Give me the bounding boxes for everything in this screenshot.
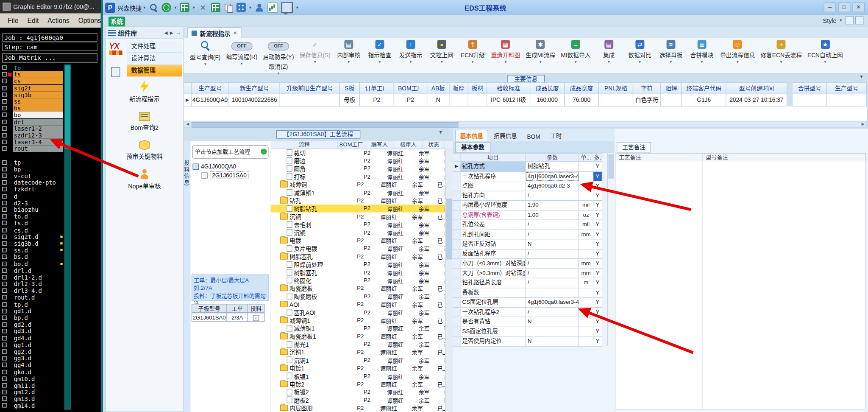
layer-checkbox[interactable] xyxy=(2,316,6,320)
recreate-cut-map-button[interactable]: ▦重造开料图▾ xyxy=(488,38,523,64)
layer-name[interactable]: gd2.d xyxy=(13,321,63,328)
process-row[interactable]: 陶瓷磨板P2谭丽红余军已上 xyxy=(271,292,445,300)
cell-value[interactable] xyxy=(793,94,827,107)
layer-row[interactable]: gd2.d xyxy=(1,321,63,328)
layer-name[interactable]: gg3.d xyxy=(13,355,63,362)
off-toggle[interactable]: OFF xyxy=(231,42,253,50)
grid-dots-icon[interactable] xyxy=(236,3,246,12)
process-row[interactable]: 磨板2P2谭丽红余军已上 xyxy=(271,396,445,404)
param-row[interactable]: 反面钻孔程序/Y xyxy=(453,249,606,259)
layer-row[interactable]: to.d xyxy=(1,213,63,220)
param-row-selector[interactable] xyxy=(453,336,460,346)
layer-name[interactable]: sig2t.d xyxy=(13,233,59,240)
layer-name[interactable]: gd4.d xyxy=(13,335,63,342)
cell-value[interactable]: IPC-6012 II级 xyxy=(487,94,530,107)
process-row[interactable]: 塞孔AOIP2谭丽红余军已上 xyxy=(271,308,445,316)
layer-row[interactable]: gko.d xyxy=(1,368,63,375)
param-value[interactable] xyxy=(526,327,579,336)
param-value[interactable]: / xyxy=(526,308,579,317)
param-row[interactable]: 一次钻孔程序4g1j600qa0.laser3-4Y xyxy=(453,171,606,181)
param-row-selector[interactable] xyxy=(453,259,460,269)
select-mother-board-button[interactable]: ≡选择母板▾ xyxy=(655,38,686,64)
layer-name[interactable]: d xyxy=(13,193,63,199)
process-row[interactable]: 减薄铜P2谭丽红余军已上 xyxy=(271,180,445,188)
layer-name[interactable]: gg1.d xyxy=(13,342,63,348)
editor-titlebar[interactable]: Graphic Editor 9.07b2 (00@... xyxy=(0,0,101,13)
layer-list-scrollbar[interactable] xyxy=(64,64,71,410)
layer-checkbox[interactable] xyxy=(2,228,6,232)
hamburger-icon[interactable] xyxy=(108,30,116,36)
collapsed-panel-strip[interactable]: 投料信息 xyxy=(184,141,191,412)
layer-name[interactable]: d2-3 xyxy=(13,199,63,206)
layer-row[interactable]: laser3-4 xyxy=(1,139,63,146)
send-instruction-button[interactable]: ↑发送指示▾ xyxy=(395,38,426,64)
layer-row[interactable]: rout.d xyxy=(1,294,63,301)
param-value[interactable]: / xyxy=(526,278,579,288)
layer-name[interactable]: gg2.d xyxy=(13,348,63,355)
param-value[interactable]: 树脂钻孔 xyxy=(526,162,579,172)
process-row[interactable]: 内层图形P2谭丽红余军已上 xyxy=(271,404,445,412)
layer-checkbox[interactable] xyxy=(2,174,6,178)
layer-name[interactable]: ts xyxy=(13,71,63,78)
scrollbar-thumb[interactable] xyxy=(608,154,614,179)
layer-name[interactable]: laser1-2 xyxy=(13,125,63,132)
layer-name[interactable]: cs.d xyxy=(13,227,63,233)
cell-value[interactable]: 76.000 xyxy=(565,94,599,107)
layer-name[interactable]: v-cut xyxy=(13,173,63,179)
process-row[interactable]: 打标P2谭丽红余军已上 xyxy=(271,173,445,181)
collapse-icon[interactable]: ▼ xyxy=(859,74,863,79)
param-value[interactable]: 1.00 xyxy=(526,210,579,220)
cell-value[interactable]: 160.000 xyxy=(530,94,565,107)
param-value[interactable]: / xyxy=(526,259,579,269)
process-row[interactable]: 减薄铜1P2谭丽红余军已上 xyxy=(271,324,445,332)
caret-down-icon[interactable]: ▾ xyxy=(143,5,145,10)
column-header[interactable]: PNL规格 xyxy=(599,82,633,94)
param-row-selector[interactable] xyxy=(453,327,460,336)
layer-checkbox[interactable] xyxy=(2,72,6,76)
next-icon[interactable]: ▶ xyxy=(170,30,173,35)
layer-checkbox[interactable] xyxy=(2,261,6,266)
layer-name[interactable]: gko.d xyxy=(13,368,63,375)
param-tab[interactable]: 拓展信息 xyxy=(490,130,522,141)
layer-name[interactable]: tp xyxy=(13,159,63,166)
layer-checkbox[interactable] xyxy=(2,194,6,198)
sub-cell-checkbox[interactable]: ✓ xyxy=(248,313,264,322)
cell-value[interactable] xyxy=(450,94,468,107)
param-tab[interactable]: 基本信息 xyxy=(455,130,488,141)
layer-checkbox[interactable] xyxy=(2,167,6,171)
mi-data-import-button[interactable]: →MI数据导入▾ xyxy=(558,38,593,64)
param-value[interactable]: 1.90 xyxy=(526,201,579,210)
globe-icon[interactable] xyxy=(161,3,171,12)
layer-name[interactable]: cs xyxy=(13,78,63,85)
layer-row[interactable]: gm12.d xyxy=(1,389,63,395)
layer-row[interactable]: v-cut xyxy=(1,172,63,179)
layer-row[interactable]: szdr12-3 xyxy=(1,132,63,139)
layer-row[interactable]: ts.d xyxy=(1,220,63,227)
layer-name[interactable]: bo xyxy=(13,112,63,118)
ecn-auto-upload-button[interactable]: ★ECN自动上网▾ xyxy=(804,38,846,64)
param-value[interactable]: / xyxy=(526,249,579,259)
layer-checkbox[interactable] xyxy=(2,390,6,394)
column-header[interactable]: S板 xyxy=(340,82,360,94)
layer-checkbox[interactable] xyxy=(2,302,6,306)
layer-name[interactable]: to xyxy=(13,64,63,71)
layer-checkbox[interactable] xyxy=(2,235,6,239)
param-value[interactable]: / xyxy=(526,220,579,230)
layer-name[interactable]: sig2t xyxy=(13,85,63,92)
layer-row[interactable]: sig3b.d xyxy=(1,240,63,247)
process-row[interactable]: 板镀2P2谭丽红余军已上 xyxy=(271,388,445,396)
scrollbar-thumb[interactable] xyxy=(65,65,70,149)
param-row[interactable]: ▶钻孔方式树脂钻孔Y xyxy=(453,162,606,172)
cell-value[interactable]: 4G1J600QA0 xyxy=(192,94,229,107)
param-row[interactable]: 内层最小焊环宽度1.90milY xyxy=(453,201,606,210)
side-panel-label[interactable]: 投料信息 xyxy=(184,160,191,186)
caret-down-icon[interactable]: ▾ xyxy=(193,5,195,10)
layer-checkbox[interactable] xyxy=(2,99,6,104)
layer-name[interactable]: ss.d xyxy=(13,247,59,254)
layer-row[interactable]: gg2.d xyxy=(1,348,63,355)
style-option-icon[interactable] xyxy=(855,16,864,25)
param-row[interactable]: 是否有背钻NY xyxy=(453,317,606,327)
layer-row[interactable]: ss xyxy=(1,98,63,105)
fool-proof-button[interactable]: OFF启动防呆(Y)取消(Z)▾ xyxy=(260,38,297,76)
column-header[interactable]: 型号创建时间 xyxy=(726,82,787,94)
